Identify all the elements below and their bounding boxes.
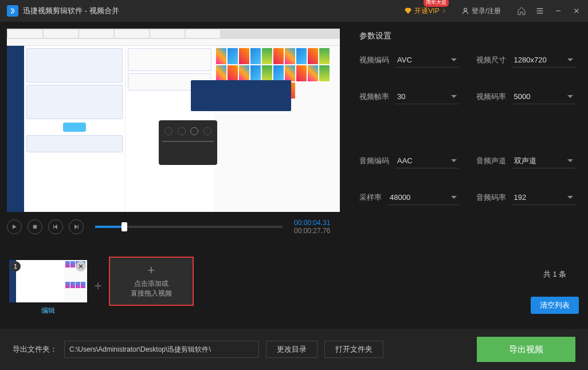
clips-count: 共 1 条 <box>543 269 566 280</box>
video-bitrate-select[interactable]: 5000 <box>512 89 576 104</box>
video-fps-label: 视频帧率 <box>359 92 389 102</box>
video-size-select[interactable]: 1280x720 <box>512 53 576 68</box>
svg-point-0 <box>464 8 467 11</box>
clip-thumbnail[interactable]: 1 <box>9 260 87 302</box>
audio-codec-select[interactable]: AAC <box>395 153 459 168</box>
menu-button[interactable] <box>535 6 544 15</box>
export-path-input[interactable] <box>64 341 259 358</box>
next-frame-button[interactable] <box>69 219 84 234</box>
minimize-icon <box>554 7 562 15</box>
clear-list-button[interactable]: 清空列表 <box>531 297 579 314</box>
open-dir-button[interactable]: 打开文件夹 <box>324 341 383 358</box>
chevron-down-icon <box>567 95 573 98</box>
parameters-panel: 参数设置 视频编码 AVC 视频尺寸 1280x720 视频帧率 30 <box>347 22 588 254</box>
minimize-button[interactable] <box>554 6 563 15</box>
close-button[interactable] <box>572 6 581 15</box>
video-bitrate-label: 视频码率 <box>476 92 506 102</box>
stop-button[interactable] <box>28 219 42 234</box>
clip-edit-button[interactable]: 编辑 <box>41 306 55 316</box>
audio-channel-select[interactable]: 双声道 <box>512 153 576 168</box>
home-button[interactable] <box>517 6 526 15</box>
video-fps-select[interactable]: 30 <box>395 89 459 104</box>
login-button[interactable]: 登录/注册 <box>461 6 501 16</box>
hamburger-icon <box>535 6 544 15</box>
chevron-down-icon <box>451 196 457 199</box>
app-title: 迅捷视频剪辑软件 - 视频合并 <box>23 6 119 16</box>
play-icon <box>11 224 17 230</box>
play-button[interactable] <box>7 219 22 234</box>
export-folder-label: 导出文件夹： <box>13 344 57 355</box>
prev-frame-button[interactable] <box>48 219 63 234</box>
chevron-down-icon <box>451 95 457 98</box>
player-controls: 00:00:04.31 00:00:27.76 <box>0 215 347 237</box>
audio-codec-label: 音频编码 <box>359 156 389 166</box>
next-frame-icon <box>73 224 79 230</box>
plus-divider: + <box>94 278 102 294</box>
app-logo <box>7 5 18 17</box>
vip-promo-badge: 周年大促 <box>424 0 449 7</box>
chevron-down-icon <box>567 58 573 61</box>
chevron-down-icon <box>451 58 457 61</box>
timeline-handle[interactable] <box>121 222 127 231</box>
svg-rect-1 <box>33 225 37 229</box>
export-video-button[interactable]: 导出视频 <box>477 337 575 362</box>
plus-icon: + <box>148 264 155 277</box>
audio-channel-label: 音频声道 <box>476 156 506 166</box>
video-codec-label: 视频编码 <box>359 55 389 65</box>
chevron-down-icon <box>567 196 573 199</box>
clips-area: 1 编辑 + + 点击添加或直接拖入视频 共 1 条 清空列表 <box>0 254 588 329</box>
diamond-icon <box>404 7 412 15</box>
user-icon <box>461 7 469 15</box>
stop-icon <box>33 225 37 229</box>
add-clip-button[interactable]: + 点击添加或直接拖入视频 <box>109 257 194 306</box>
svg-rect-3 <box>78 225 79 229</box>
overlay-tooltip <box>191 80 291 111</box>
close-icon <box>573 7 581 15</box>
chevron-down-icon <box>451 159 457 162</box>
chevron-right-icon <box>442 9 446 13</box>
clip-remove-button[interactable] <box>76 261 86 271</box>
overlay-miniplayer <box>159 120 217 165</box>
total-time: 00:00:27.76 <box>294 227 340 235</box>
chevron-down-icon <box>567 159 573 162</box>
video-codec-select[interactable]: AVC <box>395 53 459 68</box>
close-icon <box>78 263 84 269</box>
change-dir-button[interactable]: 更改目录 <box>266 341 317 358</box>
prev-frame-icon <box>53 224 58 230</box>
video-size-label: 视频尺寸 <box>476 55 506 65</box>
titlebar: 迅捷视频剪辑软件 - 视频合并 周年大促 开通VIP 登录/注册 <box>0 0 588 22</box>
current-time: 00:00:04.31 <box>294 219 340 227</box>
parameters-title: 参数设置 <box>359 31 575 41</box>
home-icon <box>517 6 526 15</box>
clip-index-badge: 1 <box>10 261 21 271</box>
svg-rect-2 <box>53 225 54 229</box>
timeline-progress <box>95 226 124 228</box>
audio-bitrate-select[interactable]: 192 <box>512 190 576 205</box>
audio-bitrate-label: 音频码率 <box>476 192 506 203</box>
clip-item: 1 编辑 <box>9 260 87 316</box>
sample-rate-label: 采样率 <box>359 192 382 203</box>
add-clip-label: 点击添加或直接拖入视频 <box>131 279 172 298</box>
video-preview[interactable] <box>7 29 340 212</box>
time-display: 00:00:04.31 00:00:27.76 <box>294 219 340 235</box>
sample-rate-select[interactable]: 48000 <box>387 190 459 205</box>
export-bar: 导出文件夹： 更改目录 打开文件夹 导出视频 <box>0 329 588 370</box>
vip-button[interactable]: 周年大促 开通VIP <box>404 6 446 16</box>
timeline-slider[interactable] <box>95 226 283 228</box>
